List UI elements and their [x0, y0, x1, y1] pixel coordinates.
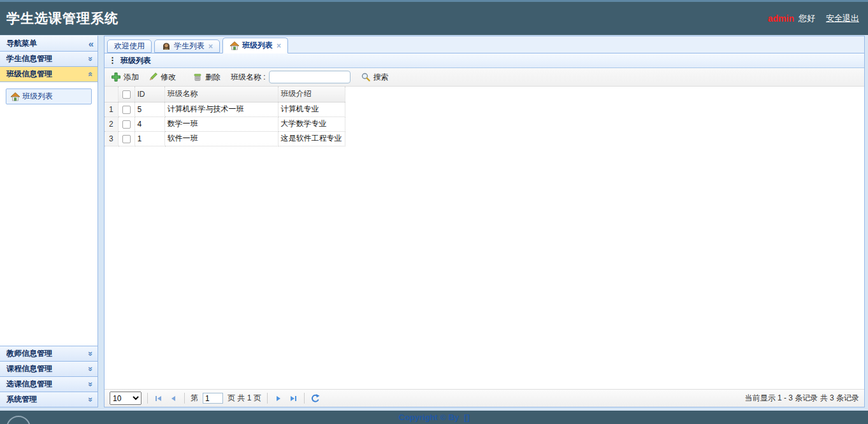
- tab-label: 班级列表: [242, 40, 273, 51]
- select-all-checkbox[interactable]: [122, 90, 131, 99]
- page-title: 学生选课管理系统: [6, 10, 119, 27]
- row-checkbox[interactable]: [122, 135, 131, 143]
- copyright-text: Copyright © By: [398, 413, 459, 422]
- greeting-text: 您好: [799, 13, 815, 24]
- page-number-input[interactable]: [203, 393, 223, 404]
- trash-icon: [192, 72, 203, 82]
- logout-link[interactable]: 安全退出: [826, 13, 859, 24]
- main-panel: 欢迎使用 学生列表 × 班级列表 × ⋮: [104, 36, 865, 407]
- table-row[interactable]: 1 5 计算机科学与技术一班 计算机专业: [105, 102, 345, 117]
- search-button[interactable]: 搜索: [357, 70, 393, 85]
- sidebar-group-body: 班级列表: [0, 82, 98, 346]
- home-icon: [229, 41, 240, 51]
- cell-class-name: 计算机科学与技术一班: [164, 102, 278, 117]
- chevron-down-icon: »: [87, 351, 95, 356]
- toolbar: 添加 修改 删除 班级名称 :: [105, 68, 864, 87]
- group-label: 教师信息管理: [6, 348, 52, 359]
- last-page-button[interactable]: [288, 393, 298, 404]
- content-area: 导航菜单 « 学生信息管理 » 班级信息管理 « 班级列表: [0, 35, 868, 411]
- column-header-class-intro[interactable]: 班级介绍: [278, 87, 345, 102]
- panel-tool-icon: ⋮: [108, 57, 117, 64]
- group-label: 课程信息管理: [6, 364, 52, 374]
- edit-label: 修改: [161, 72, 176, 83]
- row-checkbox[interactable]: [122, 106, 131, 114]
- column-label: ID: [138, 90, 145, 99]
- refresh-button[interactable]: [310, 393, 321, 404]
- collapse-sidebar-icon[interactable]: «: [89, 38, 94, 49]
- sidebar-header: 导航菜单 «: [0, 36, 98, 52]
- search-label: 搜索: [373, 72, 389, 83]
- pager-info: 当前显示 1 - 3 条记录 共 3 条记录: [745, 393, 859, 404]
- page: 学生选课管理系统 admin 您好 安全退出 导航菜单 « 学生信息管理 » 班…: [0, 0, 868, 424]
- class-name-filter-label: 班级名称 :: [231, 72, 266, 83]
- circle-decoration: [6, 416, 31, 424]
- username: admin: [768, 13, 794, 24]
- row-number: 2: [105, 117, 118, 131]
- edit-button[interactable]: 修改: [144, 70, 180, 85]
- row-checkbox-cell: [118, 117, 134, 131]
- sidebar-group-system[interactable]: 系统管理 »: [0, 392, 98, 407]
- chevron-down-icon: »: [87, 57, 95, 61]
- tab-student-list[interactable]: 学生列表 ×: [154, 39, 220, 53]
- column-label: 班级介绍: [281, 89, 312, 98]
- copyright-link[interactable]: []: [464, 413, 470, 422]
- panel-title: 班级列表: [120, 55, 151, 66]
- delete-button[interactable]: 删除: [189, 70, 224, 85]
- close-icon[interactable]: ×: [208, 42, 213, 51]
- user-area: admin 您好 安全退出: [768, 13, 859, 24]
- divider: [267, 393, 268, 404]
- chevron-down-icon: »: [87, 367, 95, 371]
- sidebar-group-class-info[interactable]: 班级信息管理 «: [0, 67, 98, 82]
- add-button[interactable]: 添加: [107, 70, 143, 85]
- group-label: 班级信息管理: [6, 69, 52, 80]
- row-checkbox[interactable]: [122, 120, 131, 129]
- row-number: 3: [105, 131, 118, 146]
- cell-class-intro: 计算机专业: [278, 102, 345, 117]
- tab-welcome[interactable]: 欢迎使用: [107, 39, 152, 53]
- sidebar: 导航菜单 « 学生信息管理 » 班级信息管理 « 班级列表: [0, 36, 98, 407]
- cell-id: 4: [134, 117, 164, 131]
- pagination-bar: 10 第 页 共 1 页: [105, 389, 864, 407]
- delete-label: 删除: [205, 72, 221, 83]
- sidebar-group-teacher-info[interactable]: 教师信息管理 »: [0, 346, 98, 361]
- cell-class-intro: 大学数学专业: [278, 117, 345, 131]
- tab-label: 欢迎使用: [114, 41, 145, 52]
- group-label: 学生信息管理: [6, 53, 52, 64]
- cell-class-intro: 这是软件工程专业: [278, 131, 345, 146]
- group-label: 选课信息管理: [6, 379, 52, 390]
- column-header-class-name[interactable]: 班级名称: [164, 87, 278, 102]
- divider: [147, 393, 148, 404]
- cell-id: 1: [134, 131, 164, 146]
- divider: [184, 393, 185, 404]
- column-header-id[interactable]: ID: [134, 87, 164, 102]
- prev-page-button[interactable]: [168, 393, 178, 404]
- tab-class-list[interactable]: 班级列表 ×: [222, 38, 288, 53]
- add-icon: [111, 72, 121, 82]
- page-size-select[interactable]: 10: [110, 392, 141, 405]
- row-number: 1: [105, 102, 118, 117]
- page-label-suffix: 页 共 1 页: [228, 393, 261, 404]
- cell-class-name: 软件一班: [164, 131, 278, 146]
- app-footer: Copyright © By []: [0, 411, 868, 424]
- sidebar-group-student-info[interactable]: 学生信息管理 »: [0, 52, 98, 67]
- sidebar-item-class-list[interactable]: 班级列表: [6, 88, 92, 104]
- datagrid: ID 班级名称 班级介绍 1 5 计算机科学与技术一班 计算机专业: [105, 87, 864, 389]
- table-header-row: ID 班级名称 班级介绍: [105, 87, 345, 102]
- first-page-button[interactable]: [154, 393, 164, 404]
- sidebar-group-selection-info[interactable]: 选课信息管理 »: [0, 376, 98, 392]
- home-icon: [10, 92, 20, 102]
- next-page-button[interactable]: [273, 393, 284, 404]
- add-label: 添加: [124, 72, 139, 83]
- rownum-header: [105, 87, 118, 102]
- row-checkbox-cell: [118, 102, 134, 117]
- class-name-input[interactable]: [269, 71, 351, 83]
- cell-id: 5: [134, 102, 164, 117]
- group-label: 系统管理: [6, 394, 37, 405]
- select-all-cell: [118, 87, 134, 102]
- sidebar-group-course-info[interactable]: 课程信息管理 »: [0, 361, 98, 376]
- close-icon[interactable]: ×: [277, 41, 281, 50]
- tabs-bar: 欢迎使用 学生列表 × 班级列表 ×: [105, 36, 864, 53]
- app-header: 学生选课管理系统 admin 您好 安全退出: [0, 2, 868, 35]
- table-row[interactable]: 2 4 数学一班 大学数学专业: [105, 117, 345, 131]
- table-row[interactable]: 3 1 软件一班 这是软件工程专业: [105, 131, 345, 146]
